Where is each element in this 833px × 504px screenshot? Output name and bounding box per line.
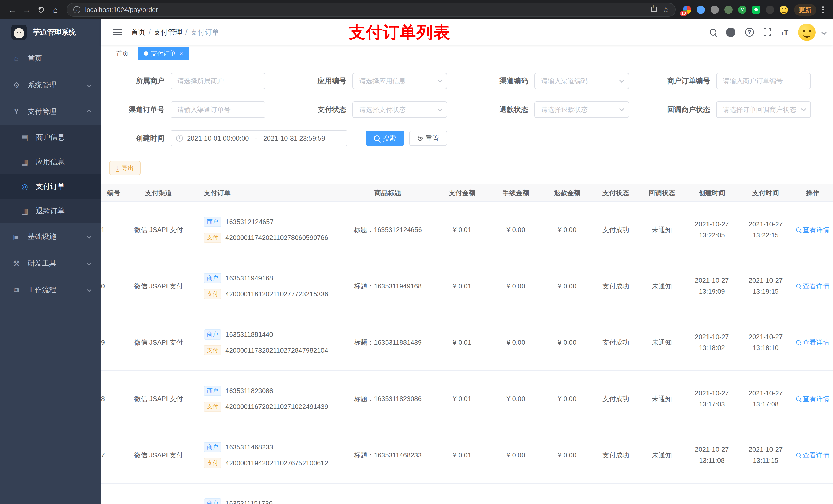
extension-icon[interactable] [697, 6, 705, 14]
sidebar-item-merchant-info[interactable]: 商户信息 [0, 125, 101, 149]
view-detail-label: 查看详情 [803, 394, 829, 403]
grid-icon [20, 158, 30, 166]
merchant-order-no-field[interactable] [716, 73, 811, 89]
table-row: 21 微信 JSAPI 支付 商户 1635312124657 支付 42000… [101, 202, 833, 258]
product-title: 标题：1635311881439 [354, 338, 422, 347]
extension-icon[interactable] [724, 6, 733, 14]
app-no-select[interactable] [353, 73, 447, 89]
browser-back-icon[interactable]: ← [5, 5, 20, 15]
tab-label: 首页 [116, 49, 128, 57]
channel-code-select[interactable] [534, 73, 629, 89]
tab-pay-order[interactable]: 支付订单 × [138, 47, 189, 60]
column-pay-order: 支付订单 [196, 184, 342, 201]
app-no-input[interactable] [353, 73, 447, 89]
tab-close-icon[interactable]: × [179, 50, 183, 56]
sidebar-item-workflow[interactable]: 工作流程 [0, 277, 101, 303]
app-logo[interactable]: 芋道管理系统 [0, 20, 101, 45]
view-detail-link[interactable]: 查看详情 [796, 394, 829, 403]
github-icon[interactable] [726, 28, 735, 37]
monitor-icon [11, 232, 22, 241]
fullscreen-icon[interactable] [764, 28, 771, 36]
breadcrumb-home[interactable]: 首页 [131, 27, 145, 37]
sidebar-item-system[interactable]: 系统管理 [0, 72, 101, 98]
notify-status: 未通知 [652, 225, 672, 234]
merchant-select[interactable] [171, 73, 265, 89]
view-detail-link[interactable]: 查看详情 [796, 451, 829, 460]
site-info-icon[interactable] [73, 6, 80, 13]
product-title: 标题：1635311949168 [354, 282, 422, 291]
extension-icon[interactable] [738, 6, 746, 14]
sidebar-item-infrastructure[interactable]: 基础设施 [0, 223, 101, 250]
refund-status-input[interactable] [534, 101, 629, 118]
view-detail-link[interactable]: 查看详情 [796, 338, 829, 347]
user-avatar[interactable] [798, 24, 815, 41]
font-size-icon[interactable] [781, 28, 788, 37]
reset-button[interactable]: 重置 [409, 130, 447, 146]
pay-status: 支付成功 [602, 338, 629, 347]
view-detail-link[interactable]: 查看详情 [796, 225, 829, 234]
avatar-caret-icon[interactable] [822, 30, 827, 35]
pay-time: 2021-10-27 13:22:15 [739, 219, 792, 241]
chevron-up-icon [87, 110, 91, 114]
browser-reload-icon[interactable] [34, 5, 48, 15]
pay-status-input[interactable] [353, 101, 447, 118]
sidebar-item-refund-order[interactable]: 退款订单 [0, 199, 101, 223]
view-detail-label: 查看详情 [803, 282, 829, 291]
pay-time: 2021-10-27 13:19:15 [739, 275, 792, 297]
extension-icon[interactable] [752, 6, 760, 14]
share-icon[interactable] [651, 7, 657, 12]
table-row: 19 微信 JSAPI 支付 商户 1635311881440 支付 42000… [101, 314, 833, 371]
extension-icon[interactable] [711, 6, 719, 14]
sidebar-item-app-info[interactable]: 应用信息 [0, 149, 101, 174]
notify-status-input[interactable] [716, 101, 811, 118]
magnifier-icon [796, 397, 801, 401]
tab-home[interactable]: 首页 [111, 47, 134, 60]
channel-order-no-input[interactable] [171, 101, 265, 118]
help-icon[interactable] [745, 28, 754, 37]
browser-forward-icon[interactable]: → [20, 5, 34, 15]
extension-icon[interactable] [766, 6, 774, 14]
sidebar-item-pay-order[interactable]: 支付订单 [0, 174, 101, 199]
pay-channel: 微信 JSAPI 支付 [134, 282, 183, 291]
browser-menu-icon[interactable] [822, 9, 824, 10]
extension-icon[interactable]: 10 [683, 6, 691, 14]
refund-status-select[interactable] [534, 101, 629, 118]
breadcrumb: 首页 支付管理 支付订单 [131, 27, 219, 37]
sidebar-item-dev-tools[interactable]: 研发工具 [0, 250, 101, 277]
browser-home-icon[interactable]: ⌂ [48, 5, 63, 15]
pay-status: 支付成功 [602, 451, 629, 460]
merchant-order-no-input[interactable] [716, 73, 811, 89]
merchant-input[interactable] [171, 73, 265, 89]
create-time-range-picker[interactable]: 2021-10-01 00:00:00 - 2021-10-31 23:59:5… [171, 130, 347, 146]
notify-status-select[interactable] [716, 101, 811, 118]
chevron-down-icon [87, 235, 91, 239]
sidebar-item-label: 系统管理 [28, 80, 56, 90]
address-bar[interactable]: localhost:1024/pay/order ☆ [67, 3, 676, 17]
create-time: 2021-10-27 13:18:02 [685, 331, 739, 354]
sidebar-item-home[interactable]: 首页 [0, 45, 101, 72]
browser-update-button[interactable]: 更新 [794, 4, 816, 16]
date-start-value: 2021-10-01 00:00:00 [187, 135, 249, 142]
sidebar-item-payment[interactable]: 支付管理 [0, 98, 101, 125]
sidebar-toggle-icon[interactable] [113, 29, 122, 35]
order-id: 17 [101, 451, 105, 459]
refund-amount: ¥ 0.00 [558, 451, 576, 459]
profile-avatar-icon[interactable] [780, 6, 788, 14]
extension-badge: 10 [680, 11, 688, 16]
search-icon [374, 136, 380, 141]
bookmark-star-icon[interactable]: ☆ [663, 6, 669, 14]
view-detail-label: 查看详情 [803, 451, 829, 460]
channel-order-no-field[interactable] [171, 101, 265, 118]
search-icon[interactable] [710, 29, 716, 35]
breadcrumb-payment[interactable]: 支付管理 [148, 27, 182, 37]
pay-status-select[interactable] [353, 101, 447, 118]
refund-amount: ¥ 0.00 [558, 339, 576, 346]
view-detail-link[interactable]: 查看详情 [796, 282, 829, 291]
export-button[interactable]: 导出 [109, 161, 141, 175]
merchant-order-number: 1635311949168 [225, 274, 273, 282]
product-title: 标题：1635312124656 [354, 225, 422, 234]
pay-channel: 微信 JSAPI 支付 [134, 451, 183, 460]
search-button[interactable]: 搜索 [366, 130, 404, 146]
channel-code-input[interactable] [534, 73, 629, 89]
filter-label: 回调商户状态 [655, 105, 716, 115]
